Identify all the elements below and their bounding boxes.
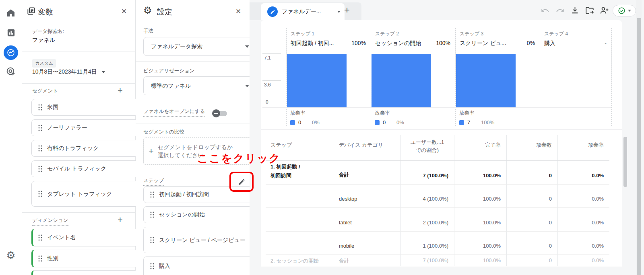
dimension-chip[interactable]: イベント名 — [31, 229, 139, 246]
export-folder-icon[interactable] — [585, 6, 594, 17]
visualization-select[interactable]: 標準のファネル — [143, 76, 255, 95]
abandonment-block: 放棄率 00% — [375, 110, 404, 125]
home-icon[interactable] — [0, 8, 22, 18]
y-axis-tick — [262, 53, 281, 54]
segment-chip-label: モバイル トラフィック — [47, 165, 134, 172]
funnel-step-header: ステップ 3 スクリーン ビュ...0% — [456, 31, 540, 47]
ga4-exploration-screen: { "icons": { "close": "✕", "plus": "+", … — [0, 0, 644, 275]
y-axis-label: 7.1 — [264, 55, 271, 61]
exploration-name-label: データ探索名: — [32, 28, 64, 35]
segment-chip[interactable]: 有料のトラフィック — [31, 140, 139, 157]
funnel-step-header: ステップ 1 初回起動 / 初回...100% — [287, 31, 371, 47]
drag-handle-icon — [38, 145, 42, 152]
segment-chip[interactable]: 米国 — [31, 99, 139, 116]
exploration-name-value[interactable]: ファネル — [32, 37, 55, 44]
variables-icon — [27, 6, 36, 17]
reports-icon[interactable] — [0, 28, 22, 37]
tab-chevron-down-icon[interactable] — [337, 11, 341, 13]
download-icon[interactable] — [570, 6, 580, 16]
drag-handle-icon — [150, 211, 154, 218]
table-row: desktop 4 (100.0%) 100.0% 0 0.0% — [266, 184, 609, 208]
table-row: mobile 1 (100.0%) 100.0% 0 0.0% — [266, 231, 609, 255]
plus-icon: + — [149, 147, 154, 156]
segments-label: セグメント — [32, 88, 58, 96]
date-custom-badge: カスタム — [32, 59, 56, 68]
dimensions-label: ディメンション — [32, 217, 68, 226]
settings-panel-title: 設定 — [157, 7, 172, 17]
dimension-chip-partial[interactable] — [31, 270, 139, 275]
tab-funnel-exploration[interactable]: ファネルデー... — [261, 3, 345, 20]
y-axis-label: 3.6 — [264, 82, 271, 88]
table-scrollbar-thumb[interactable] — [623, 137, 627, 187]
chevron-down-icon — [102, 71, 105, 73]
annotation-click-here-text: ここをクリック — [197, 151, 281, 166]
table-row: 2. セッションの開始 合計 7 (100.0%) 100.0% 0 0.0% — [266, 255, 609, 267]
funnel-bar-step1 — [287, 54, 347, 107]
settings-close-icon[interactable]: ✕ — [235, 7, 241, 16]
funnel-baseline — [262, 107, 611, 108]
advertising-icon[interactable] — [0, 66, 22, 77]
technique-select[interactable]: ファネルデータ探索 — [143, 37, 255, 56]
drag-handle-icon — [38, 125, 42, 131]
step-chip[interactable]: 購入 — [143, 257, 253, 275]
drag-handle-icon — [38, 234, 42, 241]
chevron-down-icon — [245, 45, 249, 48]
funnel-step-header: ステップ 2 セッションの開始100% — [371, 31, 455, 47]
redo-icon[interactable] — [556, 6, 565, 16]
page-scrollbar-thumb[interactable] — [637, 18, 641, 275]
funnel-column-divider — [611, 28, 612, 126]
table-header-completion: 完了率 — [454, 142, 501, 149]
table-header-abandonment-rate: 放棄率 — [557, 142, 604, 149]
share-user-add-icon[interactable] — [599, 6, 609, 17]
table-header-device: デバイス カテゴリ — [339, 142, 399, 149]
technique-value: ファネルデータ探索 — [151, 43, 245, 50]
segment-chip[interactable]: タブレット トラフィック — [31, 181, 139, 207]
step-chip-label: 初回起動 / 初回訪問 — [159, 191, 248, 198]
chart-table-separator — [261, 129, 622, 130]
segment-comparison-label: セグメントの比較 — [143, 129, 184, 137]
nav-rail: ⚙ — [0, 0, 22, 275]
segment-chip-label: ノーリファラー — [47, 124, 134, 131]
settings-gear-icon: ⚙ — [143, 6, 152, 15]
segment-chip[interactable]: ノーリファラー — [31, 119, 139, 136]
variables-close-icon[interactable]: ✕ — [121, 7, 127, 16]
segment-chip-label: 米国 — [47, 104, 134, 111]
check-circle-icon — [618, 7, 625, 14]
table-header-users: ユーザー数...1 での割合) — [400, 138, 454, 154]
toggle-knob-off — [212, 109, 220, 117]
variables-panel-title: 変数 — [38, 7, 53, 17]
chevron-down-icon — [245, 85, 249, 87]
explore-icon-selected[interactable] — [0, 45, 22, 60]
add-dimension-button[interactable]: + — [118, 215, 123, 224]
step-chip-label: スクリーン ビュー / ページビュー — [159, 236, 248, 244]
technique-label: 手法 — [143, 28, 153, 36]
drag-handle-icon — [150, 263, 154, 269]
visualization-label: ビジュアリゼーション — [143, 68, 195, 74]
add-segment-button[interactable]: + — [118, 86, 123, 95]
legend-square-icon — [459, 120, 464, 125]
steps-label: ステップ — [143, 177, 164, 186]
saved-status-button[interactable] — [613, 5, 636, 16]
table-row: 1. 初回起動 / 初回訪問 合計 7 (100.0%) 100.0% 0 0.… — [266, 161, 609, 185]
date-range-selector[interactable]: 10月8日〜2023年11月4日 — [32, 68, 105, 76]
tab-label: ファネルデー... — [282, 8, 333, 15]
segment-chip-label: タブレット トラフィック — [47, 190, 134, 198]
annotation-highlight-box — [229, 172, 254, 192]
abandonment-block: 放棄率 00% — [290, 110, 320, 125]
open-funnel-label: ファネルをオープンにする — [143, 108, 205, 117]
legend-square-icon — [375, 120, 380, 125]
segment-chip[interactable]: モバイル トラフィック — [31, 160, 139, 177]
dimension-chip-label: イベント名 — [47, 234, 134, 241]
drag-handle-icon — [38, 255, 42, 262]
step-chip[interactable]: セッションの開始 — [143, 206, 253, 223]
segment-chip-label: 有料のトラフィック — [47, 145, 134, 152]
dimension-chip[interactable]: 性別 — [31, 250, 139, 267]
funnel-bar-step2 — [372, 54, 431, 107]
add-tab-button[interactable]: + — [344, 4, 350, 16]
admin-gear-icon[interactable]: ⚙ — [0, 250, 22, 261]
step-chip[interactable]: スクリーン ビュー / ページビュー — [143, 227, 253, 253]
undo-icon[interactable] — [541, 6, 549, 16]
edit-steps-pencil-icon[interactable] — [238, 178, 246, 186]
dimension-chip-label: 性別 — [47, 255, 134, 262]
step-chip-label: 購入 — [159, 263, 248, 270]
